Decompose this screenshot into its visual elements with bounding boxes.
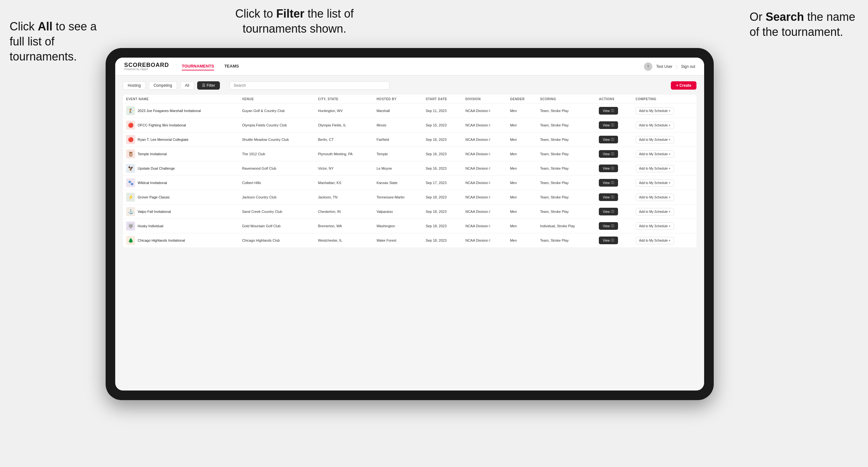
cell-date-7: Sep 18, 2023 <box>423 205 462 219</box>
cell-hosted-2: Fairfield <box>373 132 422 147</box>
cell-division-6: NCAA Division I <box>462 190 507 205</box>
view-button-5[interactable]: View ⓘ <box>599 179 618 187</box>
table-row: 🔴 OFCC Fighting Illini Invitational Olym… <box>123 118 696 132</box>
cell-venue-6: Jackson Country Club <box>239 190 315 205</box>
add-schedule-button-7[interactable]: Add to My Schedule + <box>636 208 674 215</box>
annotation-topleft: Click All to see a full list of tourname… <box>9 19 102 64</box>
filter-button[interactable]: ☰ Filter <box>197 81 220 90</box>
add-schedule-button-0[interactable]: Add to My Schedule + <box>636 107 674 115</box>
event-name-text-2: Ryan T. Lee Memorial Collegiate <box>137 137 188 142</box>
cell-city-2: Berlin, CT <box>315 132 373 147</box>
cell-scoring-7: Team, Stroke Play <box>537 205 596 219</box>
cell-actions-8: View ⓘ <box>596 219 632 234</box>
team-logo-7: ⚓ <box>126 207 135 216</box>
nav-links: TOURNAMENTS TEAMS <box>182 62 239 70</box>
cell-event-name-6: ⚡ Grover Page Classic <box>123 190 239 205</box>
table-row: 🐺 Husky Individual Gold Mountain Golf Cl… <box>123 219 696 234</box>
cell-actions-2: View ⓘ <box>596 132 632 147</box>
cell-gender-6: Men <box>507 190 537 205</box>
cell-hosted-7: Valparaiso <box>373 205 422 219</box>
hosting-tab[interactable]: Hosting <box>123 81 146 90</box>
view-button-6[interactable]: View ⓘ <box>599 193 618 201</box>
cell-actions-6: View ⓘ <box>596 190 632 205</box>
cell-city-7: Chesterton, IN <box>315 205 373 219</box>
cell-gender-4: Men <box>507 161 537 176</box>
signout-link[interactable]: Sign out <box>681 64 695 69</box>
view-button-1[interactable]: View ⓘ <box>599 121 618 129</box>
nav-link-teams[interactable]: TEAMS <box>224 62 239 70</box>
add-schedule-button-8[interactable]: Add to My Schedule + <box>636 222 674 230</box>
cell-venue-9: Chicago Highlands Club <box>239 234 315 248</box>
view-button-4[interactable]: View ⓘ <box>599 164 618 172</box>
cell-actions-4: View ⓘ <box>596 161 632 176</box>
cell-division-5: NCAA Division I <box>462 176 507 190</box>
cell-actions-7: View ⓘ <box>596 205 632 219</box>
cell-scoring-2: Team, Stroke Play <box>537 132 596 147</box>
cell-division-4: NCAA Division I <box>462 161 507 176</box>
cell-city-9: Westchester, IL <box>315 234 373 248</box>
view-button-8[interactable]: View ⓘ <box>599 222 618 230</box>
add-schedule-button-2[interactable]: Add to My Schedule + <box>636 136 674 144</box>
cell-scoring-5: Team, Stroke Play <box>537 176 596 190</box>
team-logo-0: 🏌️ <box>126 106 135 115</box>
cell-hosted-5: Kansas State <box>373 176 422 190</box>
cell-hosted-6: Tennessee-Martin <box>373 190 422 205</box>
create-button[interactable]: + Create <box>671 81 696 90</box>
add-schedule-button-9[interactable]: Add to My Schedule + <box>636 237 674 244</box>
competing-tab[interactable]: Competing <box>149 81 177 90</box>
cell-competing-3: Add to My Schedule + <box>632 147 696 161</box>
cell-event-name-0: 🏌️ 2023 Joe Feaganes Marshall Invitation… <box>123 104 239 118</box>
info-icon-7: ⓘ <box>611 209 614 214</box>
table-row: ⚓ Valpo Fall Invitational Sand Creek Cou… <box>123 205 696 219</box>
info-icon-9: ⓘ <box>611 238 614 243</box>
cell-actions-1: View ⓘ <box>596 118 632 132</box>
cell-date-1: Sep 15, 2023 <box>423 118 462 132</box>
cell-division-8: NCAA Division I <box>462 219 507 234</box>
view-button-7[interactable]: View ⓘ <box>599 208 618 215</box>
team-logo-5: 🐾 <box>126 178 135 187</box>
all-tab[interactable]: All <box>180 81 194 90</box>
view-button-0[interactable]: View ⓘ <box>599 107 618 115</box>
team-logo-6: ⚡ <box>126 193 135 201</box>
col-division: DIVISION <box>462 95 507 104</box>
add-schedule-button-3[interactable]: Add to My Schedule + <box>636 150 674 158</box>
table-row: 🌲 Chicago Highlands Invitational Chicago… <box>123 234 696 248</box>
cell-actions-9: View ⓘ <box>596 234 632 248</box>
user-name: Test User <box>656 64 673 69</box>
cell-competing-1: Add to My Schedule + <box>632 118 696 132</box>
cell-venue-4: Ravenwood Golf Club <box>239 161 315 176</box>
cell-scoring-9: Team, Stroke Play <box>537 234 596 248</box>
filter-bar: Hosting Competing All ☰ Filter + Create <box>123 81 696 90</box>
cell-event-name-3: 🦉 Temple Invitational <box>123 147 239 161</box>
cell-competing-9: Add to My Schedule + <box>632 234 696 248</box>
col-venue: VENUE <box>239 95 315 104</box>
add-schedule-button-1[interactable]: Add to My Schedule + <box>636 122 674 129</box>
view-button-9[interactable]: View ⓘ <box>599 237 618 244</box>
col-actions: ACTIONS <box>596 95 632 104</box>
cell-date-5: Sep 17, 2023 <box>423 176 462 190</box>
add-schedule-button-6[interactable]: Add to My Schedule + <box>636 194 674 201</box>
cell-actions-0: View ⓘ <box>596 104 632 118</box>
add-schedule-button-4[interactable]: Add to My Schedule + <box>636 165 674 172</box>
cell-city-0: Huntington, WV <box>315 104 373 118</box>
cell-division-2: NCAA Division I <box>462 132 507 147</box>
cell-venue-3: The 1912 Club <box>239 147 315 161</box>
view-button-2[interactable]: View ⓘ <box>599 136 618 144</box>
cell-hosted-3: Temple <box>373 147 422 161</box>
event-name-text-1: OFCC Fighting Illini Invitational <box>137 123 186 127</box>
event-name-text-9: Chicago Highlands Invitational <box>137 239 185 242</box>
cell-venue-5: Colbert Hills <box>239 176 315 190</box>
team-logo-4: 🦅 <box>126 164 135 173</box>
view-button-3[interactable]: View ⓘ <box>599 150 618 158</box>
add-schedule-button-5[interactable]: Add to My Schedule + <box>636 179 674 187</box>
event-name-text-0: 2023 Joe Feaganes Marshall Invitational <box>137 109 201 113</box>
col-scoring: SCORING <box>537 95 596 104</box>
cell-date-0: Sep 11, 2023 <box>423 104 462 118</box>
team-logo-8: 🐺 <box>126 221 135 230</box>
event-name-text-7: Valpo Fall Invitational <box>137 210 171 214</box>
nav-link-tournaments[interactable]: TOURNAMENTS <box>182 62 214 70</box>
cell-city-4: Victor, NY <box>315 161 373 176</box>
search-input[interactable] <box>229 81 390 90</box>
cell-gender-9: Men <box>507 234 537 248</box>
tablet-screen: SCOREBOARD Powered by clippd TOURNAMENTS… <box>115 58 704 391</box>
